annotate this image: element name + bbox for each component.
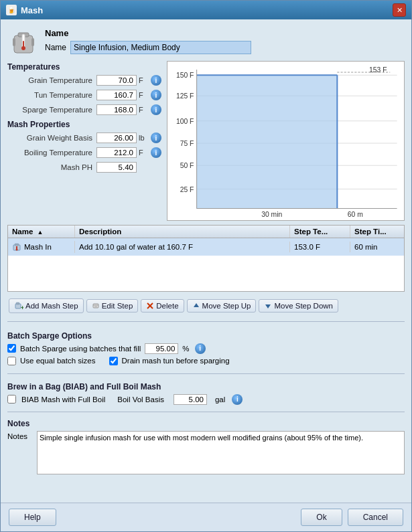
pot-icon [7, 25, 40, 57]
delete-button[interactable]: Delete [141, 299, 184, 313]
biab-section: Brew in a Bag (BIAB) and Full Boil Mash … [7, 379, 405, 406]
svg-rect-37 [93, 304, 98, 308]
biab-label: BIAB Mash with Full Boil [21, 395, 105, 404]
batch-sparge-info[interactable]: i [195, 343, 206, 354]
name-header: Name [45, 28, 251, 38]
mash-toolbar: + Add Mash Step Edit Step Delete [7, 296, 405, 316]
notes-area-wrapper: Simple single infusion mash for use with… [37, 431, 405, 476]
grain-weight-unit: lb [139, 134, 149, 142]
grain-temp-unit: F [139, 76, 149, 84]
ok-button[interactable]: Ok [301, 509, 342, 526]
notes-label: Notes [7, 431, 31, 440]
batch-sparge-section: Batch Sparge Options Batch Sparge using … [7, 327, 405, 368]
svg-text:150 F: 150 F [176, 72, 194, 79]
mash-steps-table: Name ▲ Description Step Te... Step Ti... [7, 225, 405, 292]
left-panel: Temperatures Grain Temperature F i Tun T… [7, 61, 161, 221]
col-name[interactable]: Name ▲ [8, 226, 75, 238]
temperatures-header: Temperatures [7, 62, 161, 72]
col-step-time[interactable]: Step Ti... [350, 226, 404, 238]
mash-ph-label: Mash PH [7, 163, 96, 171]
col-step-temp[interactable]: Step Te... [290, 226, 350, 238]
add-mash-step-button[interactable]: + Add Mash Step [9, 298, 84, 313]
close-button[interactable]: ✕ [393, 3, 406, 17]
svg-rect-2 [31, 38, 34, 46]
table-header: Name ▲ Description Step Te... Step Ti... [8, 226, 404, 238]
equal-sizes-checkbox[interactable] [7, 357, 16, 365]
biab-checkbox[interactable] [7, 395, 16, 404]
move-up-icon [192, 302, 200, 310]
svg-marker-42 [194, 303, 199, 307]
mash-ph-input[interactable] [96, 162, 137, 173]
notes-section: Notes Notes Simple single infusion mash … [7, 418, 405, 476]
grain-weight-input[interactable] [96, 132, 137, 143]
equal-sizes-row: Use equal batch sizes [7, 357, 96, 365]
batch-sparge-header: Batch Sparge Options [7, 331, 405, 341]
divider-2 [7, 373, 405, 374]
name-section: Name Name [7, 25, 405, 57]
content-area: Name Name Temperatures Grain Temperature… [1, 19, 411, 503]
sparge-temp-info[interactable]: i [151, 104, 161, 115]
tun-temp-input[interactable] [96, 90, 137, 100]
svg-rect-32 [16, 246, 17, 249]
svg-rect-31 [15, 244, 19, 246]
edit-step-button[interactable]: Edit Step [86, 299, 139, 313]
batch-options-row: Use equal batch sizes Drain mash tun bef… [7, 357, 405, 365]
divider-1 [7, 321, 405, 322]
drain-row: Drain mash tun before sparging [109, 357, 230, 365]
drain-checkbox[interactable] [109, 357, 118, 365]
grain-temp-info[interactable]: i [151, 75, 161, 86]
name-field-label: Name [45, 43, 66, 52]
boil-vol-unit: gal [215, 395, 225, 404]
drain-label: Drain mash tun before sparging [122, 357, 230, 365]
svg-text:125 F: 125 F [176, 92, 194, 100]
cell-step-time: 60 min [350, 242, 404, 252]
svg-rect-1 [13, 38, 15, 46]
row-icon [12, 242, 21, 252]
name-input[interactable] [70, 41, 251, 54]
boiling-temp-input[interactable] [96, 147, 137, 158]
window-icon: 🍺 [6, 5, 17, 15]
grain-weight-row: Grain Weight Basis lb i [7, 132, 161, 144]
title-bar: 🍺 Mash ✕ [1, 1, 411, 19]
notes-textarea[interactable]: Simple single infusion mash for use with… [37, 431, 405, 474]
col-description[interactable]: Description [75, 226, 290, 238]
help-button[interactable]: Help [9, 509, 56, 526]
grain-weight-info[interactable]: i [151, 132, 161, 143]
boil-vol-info[interactable]: i [232, 394, 243, 405]
sparge-temp-unit: F [139, 106, 149, 114]
delete-icon [146, 302, 154, 310]
cancel-button[interactable]: Cancel [348, 509, 403, 526]
sparge-temp-row: Sparge Temperature F i [7, 104, 161, 116]
cell-step-temp: 153.0 F [290, 242, 350, 252]
svg-text:30 min: 30 min [261, 211, 282, 218]
table-row[interactable]: Mash In Add 10.10 gal of water at 160.7 … [8, 238, 404, 256]
svg-text:60 m: 60 m [348, 211, 363, 218]
move-down-button[interactable]: Move Step Down [259, 299, 338, 313]
sparge-temp-input[interactable] [96, 104, 137, 115]
cell-description: Add 10.10 gal of water at 160.7 F [75, 242, 290, 252]
main-window: 🍺 Mash ✕ Name [0, 0, 412, 532]
grain-weight-label: Grain Weight Basis [7, 134, 96, 142]
sort-arrow-name: ▲ [38, 229, 44, 236]
cell-name: Mash In [8, 241, 75, 253]
boiling-temp-info[interactable]: i [151, 147, 161, 158]
biab-header: Brew in a Bag (BIAB) and Full Boil Mash [7, 382, 405, 391]
grain-temp-input[interactable] [96, 75, 137, 86]
boiling-temp-unit: F [139, 149, 149, 157]
svg-point-33 [16, 248, 18, 250]
boil-vol-input[interactable] [174, 394, 207, 405]
tun-temp-info[interactable]: i [151, 90, 161, 100]
move-up-button[interactable]: Move Step Up [187, 299, 257, 313]
svg-marker-43 [265, 304, 271, 308]
equal-sizes-label: Use equal batch sizes [20, 357, 96, 365]
svg-text:75 F: 75 F [180, 140, 194, 147]
title-bar-left: 🍺 Mash [6, 5, 43, 15]
move-down-icon [264, 302, 272, 310]
mash-chart: 150 F 125 F 100 F 75 F 50 F 25 F [167, 61, 405, 221]
batch-sparge-label: Batch Sparge using batches that fill [20, 345, 141, 353]
batch-pct-input[interactable] [145, 343, 178, 354]
boiling-temp-row: Boiling Temperature F i [7, 147, 161, 159]
svg-text:25 F: 25 F [180, 186, 194, 193]
batch-sparge-checkbox[interactable] [7, 344, 16, 353]
svg-rect-20 [197, 75, 338, 208]
